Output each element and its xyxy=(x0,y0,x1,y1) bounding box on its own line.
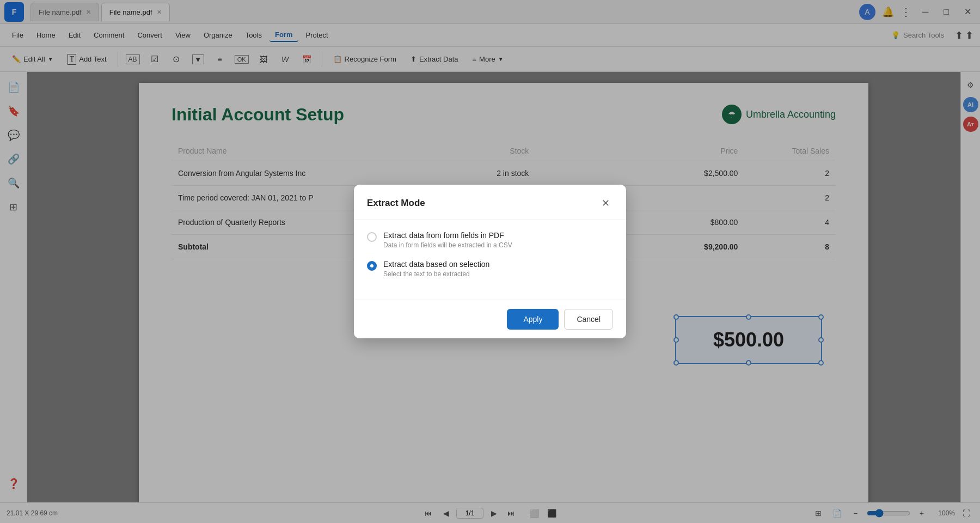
apply-button[interactable]: Apply xyxy=(507,309,559,330)
radio-option-2[interactable]: Extract data based on selection Select t… xyxy=(367,260,613,278)
modal-title: Extract Mode xyxy=(367,198,425,209)
radio-desc-2: Select the text to be extracted xyxy=(383,270,489,278)
radio-option-1[interactable]: Extract data from form fields in PDF Dat… xyxy=(367,231,613,249)
radio-circle-2[interactable] xyxy=(367,261,377,271)
extract-mode-modal: Extract Mode ✕ Extract data from form fi… xyxy=(354,185,626,338)
radio-desc-1: Data in form fields will be extracted in… xyxy=(383,241,512,249)
radio-circle-1[interactable] xyxy=(367,232,377,242)
modal-overlay: Extract Mode ✕ Extract data from form fi… xyxy=(0,0,980,523)
cancel-button[interactable]: Cancel xyxy=(564,309,613,330)
radio-option-1-text: Extract data from form fields in PDF Dat… xyxy=(383,231,512,249)
modal-header: Extract Mode ✕ xyxy=(354,185,626,220)
modal-body: Extract data from form fields in PDF Dat… xyxy=(354,220,626,300)
modal-footer: Apply Cancel xyxy=(354,300,626,338)
radio-option-2-text: Extract data based on selection Select t… xyxy=(383,260,489,278)
modal-close-button[interactable]: ✕ xyxy=(598,196,613,211)
radio-label-1: Extract data from form fields in PDF xyxy=(383,231,512,240)
radio-label-2: Extract data based on selection xyxy=(383,260,489,269)
